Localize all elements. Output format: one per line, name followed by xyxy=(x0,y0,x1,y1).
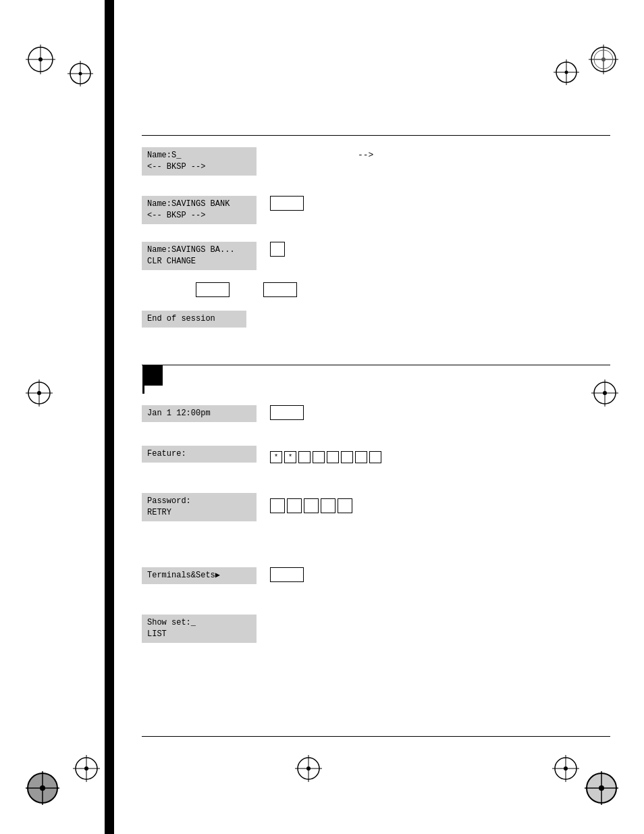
pass-box-5[interactable] xyxy=(338,498,352,513)
savings-ba-box[interactable] xyxy=(270,242,285,257)
name-savings-ba-row: Name:SAVINGS BA... CLR CHANGE xyxy=(142,242,285,270)
pass-box-4[interactable] xyxy=(321,498,336,513)
checkbox-2[interactable]: * xyxy=(284,451,296,463)
box-right[interactable] xyxy=(263,282,297,297)
black-cursor-marker xyxy=(142,386,144,394)
svg-point-32 xyxy=(84,766,88,771)
reg-mark-bottom-left-inner xyxy=(73,755,100,785)
reg-mark-bottom-right-inner xyxy=(552,755,579,785)
svg-point-28 xyxy=(40,785,45,791)
datetime-row: Jan 1 12:00pm xyxy=(142,405,304,422)
checkbox-7[interactable] xyxy=(355,451,367,463)
reg-mark-top-right-outer xyxy=(589,45,618,77)
checkbox-4[interactable] xyxy=(313,451,325,463)
svg-point-16 xyxy=(565,71,568,74)
mid-line xyxy=(142,365,610,365)
two-boxes-row xyxy=(182,282,297,297)
pass-box-2[interactable] xyxy=(287,498,302,513)
svg-point-7 xyxy=(79,72,82,76)
svg-point-36 xyxy=(306,766,311,771)
name-input-row1: Name:S_ <-- BKSP --> --> xyxy=(142,147,614,176)
reg-mark-top-left-inner xyxy=(68,61,93,89)
reg-mark-top-left-outer xyxy=(26,45,55,77)
arrow-indicator: --> xyxy=(358,150,373,160)
pass-box-1[interactable] xyxy=(270,498,285,513)
box-left[interactable] xyxy=(196,282,230,297)
feature-row: Feature: * * xyxy=(142,446,381,463)
feature-label: Feature: xyxy=(142,446,257,463)
reg-mark-bottom-right-outer xyxy=(585,771,618,808)
pass-box-3[interactable] xyxy=(304,498,319,513)
password-boxes xyxy=(270,498,352,513)
password-label: Password: RETRY xyxy=(142,493,257,521)
reg-mark-top-right-inner xyxy=(554,59,579,88)
black-square-marker xyxy=(142,365,163,386)
terminals-sets-box[interactable] xyxy=(270,567,304,582)
end-of-session-label: End of session xyxy=(142,311,246,328)
show-set-row: Show set:_ LIST xyxy=(142,615,257,643)
reg-mark-mid-right xyxy=(591,380,618,409)
checkbox-3[interactable] xyxy=(298,451,311,463)
name-label-1: Name:S_ <-- BKSP --> xyxy=(142,147,257,176)
checkbox-8[interactable] xyxy=(369,451,381,463)
svg-point-20 xyxy=(37,391,41,395)
end-of-session-block: End of session xyxy=(142,311,246,328)
checkbox-1[interactable]: * xyxy=(270,451,282,463)
show-set-label: Show set:_ LIST xyxy=(142,615,257,643)
name-label-3: Name:SAVINGS BA... CLR CHANGE xyxy=(142,242,257,270)
feature-checkboxes: * * xyxy=(270,451,381,463)
top-line xyxy=(142,135,610,136)
name-savings-bank-row: Name:SAVINGS BANK <-- BKSP --> xyxy=(142,196,304,224)
svg-point-40 xyxy=(599,785,604,791)
terminals-sets-row: Terminals&Sets▶ xyxy=(142,567,304,584)
reg-mark-mid-left xyxy=(26,380,53,409)
name-label-2: Name:SAVINGS BANK <-- BKSP --> xyxy=(142,196,257,224)
reg-mark-bottom-center xyxy=(295,755,322,785)
reg-mark-bottom-left-outer xyxy=(26,771,59,808)
datetime-box[interactable] xyxy=(270,405,304,420)
datetime-label: Jan 1 12:00pm xyxy=(142,405,257,422)
bottom-line xyxy=(142,736,610,737)
left-bar xyxy=(105,0,114,834)
svg-point-3 xyxy=(38,57,43,61)
savings-bank-box[interactable] xyxy=(270,196,304,211)
password-row: Password: RETRY xyxy=(142,493,352,521)
checkbox-6[interactable] xyxy=(341,451,353,463)
checkbox-5[interactable] xyxy=(327,451,339,463)
svg-point-24 xyxy=(603,391,607,395)
svg-point-44 xyxy=(564,766,568,771)
svg-point-12 xyxy=(601,57,606,61)
terminals-sets-label[interactable]: Terminals&Sets▶ xyxy=(142,567,257,584)
